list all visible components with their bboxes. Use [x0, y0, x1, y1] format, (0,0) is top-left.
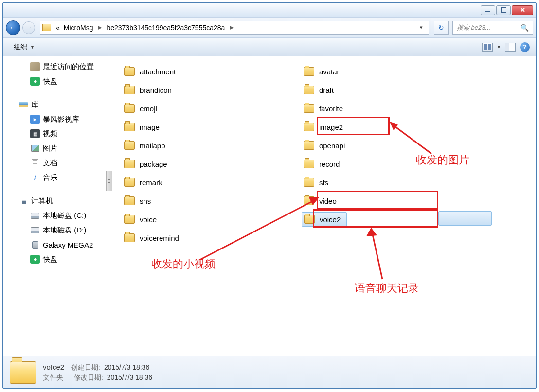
- folder-icon: [304, 123, 314, 131]
- sidebar-item-recent[interactable]: 最近访问的位置: [3, 59, 112, 74]
- folder-remark[interactable]: remark: [122, 175, 181, 190]
- sidebar-item-storm[interactable]: ▸ 暴风影视库: [3, 112, 112, 126]
- kuaipan-icon: [30, 255, 40, 264]
- file-column-2: avatar draft favorite image2 openapi rec…: [302, 64, 347, 245]
- folder-icon: [304, 86, 314, 94]
- sidebar-item-documents[interactable]: 文档: [3, 156, 112, 170]
- disk-icon: [30, 211, 40, 220]
- disk-icon: [30, 226, 40, 234]
- video-icon: ▦: [30, 129, 40, 138]
- sidebar-item-music[interactable]: ♪ 音乐: [3, 170, 112, 185]
- folder-record[interactable]: record: [302, 157, 347, 171]
- folder-icon: [124, 196, 135, 205]
- sidebar-item-disk-d[interactable]: 本地磁盘 (D:): [3, 223, 112, 237]
- folder-icon: [304, 215, 315, 224]
- sidebar-resize-handle[interactable]: [106, 171, 112, 191]
- breadcrumb-seg-1[interactable]: MicroMsg: [62, 24, 95, 32]
- sidebar-item-disk-c[interactable]: 本地磁盘 (C:): [3, 208, 112, 223]
- file-list-area[interactable]: attachment brandicon emoji image mailapp…: [112, 56, 536, 356]
- sidebar-item-videos[interactable]: ▦ 视频: [3, 126, 112, 141]
- folder-sfs[interactable]: sfs: [302, 175, 347, 190]
- address-dropdown[interactable]: ▾: [416, 24, 427, 31]
- folder-icon: [124, 67, 135, 76]
- folder-draft[interactable]: draft: [302, 83, 347, 97]
- explorer-window: ✕ ← → « MicroMsg ▶ be2373b3145c199ea5f2a…: [2, 2, 537, 389]
- storm-icon: ▸: [30, 115, 40, 124]
- folder-voice2[interactable]: voice2: [302, 212, 347, 227]
- folder-icon: [304, 67, 314, 76]
- folder-image[interactable]: image: [122, 120, 181, 134]
- folder-voiceremind[interactable]: voiceremind: [122, 231, 181, 245]
- folder-mailapp[interactable]: mailapp: [122, 138, 181, 153]
- back-button[interactable]: ←: [6, 20, 20, 35]
- computer-icon: 🖥: [18, 196, 28, 205]
- selection-highlight: [438, 211, 492, 226]
- folder-icon: [124, 86, 135, 94]
- folder-icon: [304, 178, 314, 187]
- status-created-label: 创建日期:: [71, 363, 100, 371]
- file-column-1: attachment brandicon emoji image mailapp…: [122, 64, 181, 245]
- music-icon: ♪: [30, 173, 40, 182]
- body-area: 最近访问的位置 快盘 库 ▸ 暴风影视库 ▦ 视频: [3, 56, 536, 356]
- close-button[interactable]: ✕: [512, 5, 533, 15]
- folder-package[interactable]: package: [122, 157, 181, 171]
- folder-icon: [42, 24, 51, 31]
- search-placeholder: 搜索 be23...: [457, 23, 490, 32]
- folder-sns[interactable]: sns: [122, 194, 181, 208]
- folder-large-icon: [10, 361, 36, 384]
- folder-icon: [304, 104, 314, 113]
- status-created-value: 2015/7/3 18:36: [104, 363, 149, 371]
- picture-icon: [30, 144, 40, 153]
- sidebar-item-library[interactable]: 库: [3, 97, 112, 112]
- kuaipan-icon: [30, 77, 40, 86]
- maximize-button[interactable]: [496, 5, 511, 15]
- folder-image2[interactable]: image2: [302, 120, 347, 134]
- folder-video[interactable]: video: [302, 194, 347, 208]
- title-bar: ✕: [3, 3, 536, 18]
- status-modified-label: 修改日期:: [74, 374, 103, 381]
- sidebar-item-galaxy[interactable]: Galaxy MEGA2: [3, 237, 112, 252]
- sidebar-item-computer[interactable]: 🖥 计算机: [3, 194, 112, 208]
- status-item-name: voIce2: [43, 363, 64, 371]
- folder-icon: [304, 160, 314, 168]
- folder-icon: [124, 104, 135, 113]
- folder-icon: [124, 141, 135, 150]
- minimize-button[interactable]: [481, 5, 495, 15]
- folder-voice[interactable]: voice: [122, 212, 181, 227]
- preview-pane-button[interactable]: [505, 42, 516, 53]
- search-input[interactable]: 搜索 be23... 🔍: [452, 21, 533, 35]
- chevron-right-icon[interactable]: ▶: [95, 24, 105, 31]
- recent-icon: [30, 62, 40, 71]
- folder-openapi[interactable]: openapi: [302, 138, 347, 153]
- folder-icon: [304, 141, 314, 150]
- folder-icon: [124, 178, 135, 187]
- breadcrumb-ellipsis[interactable]: «: [54, 24, 62, 32]
- folder-brandicon[interactable]: brandicon: [122, 83, 181, 97]
- nav-bar: ← → « MicroMsg ▶ be2373b3145c199ea5f2a3c…: [3, 18, 536, 38]
- folder-icon: [124, 215, 135, 224]
- view-options-button[interactable]: [482, 42, 493, 53]
- annotation-label-voice: 语音聊天记录: [355, 281, 419, 296]
- folder-attachment[interactable]: attachment: [122, 64, 181, 79]
- folder-icon: [124, 123, 135, 131]
- chevron-right-icon[interactable]: ▶: [227, 24, 236, 31]
- view-dropdown[interactable]: ▼: [497, 45, 501, 50]
- sidebar-item-pictures[interactable]: 图片: [3, 141, 112, 156]
- address-bar[interactable]: « MicroMsg ▶ be2373b3145c199ea5f2a3c7555…: [40, 21, 429, 35]
- sidebar-item-kuaipan[interactable]: 快盘: [3, 74, 112, 89]
- sidebar-item-kuaipan2[interactable]: 快盘: [3, 252, 112, 267]
- forward-button[interactable]: →: [22, 21, 35, 34]
- refresh-button[interactable]: ↻: [434, 21, 449, 35]
- folder-emoji[interactable]: emoji: [122, 101, 181, 116]
- folder-icon: [124, 160, 135, 168]
- folder-avatar[interactable]: avatar: [302, 64, 347, 79]
- search-icon[interactable]: 🔍: [521, 24, 529, 32]
- folder-favorite[interactable]: favorite: [302, 101, 347, 116]
- folder-icon: [304, 196, 314, 205]
- organize-button[interactable]: 组织: [9, 41, 39, 53]
- nav-sidebar: 最近访问的位置 快盘 库 ▸ 暴风影视库 ▦ 视频: [3, 56, 112, 356]
- status-modified-value: 2015/7/3 18:36: [107, 374, 152, 381]
- breadcrumb-seg-2[interactable]: be2373b3145c199ea5f2a3c7555ca28a: [105, 24, 227, 32]
- annotation-label-videos: 收发的小视频: [151, 257, 216, 271]
- help-button[interactable]: ?: [520, 42, 530, 53]
